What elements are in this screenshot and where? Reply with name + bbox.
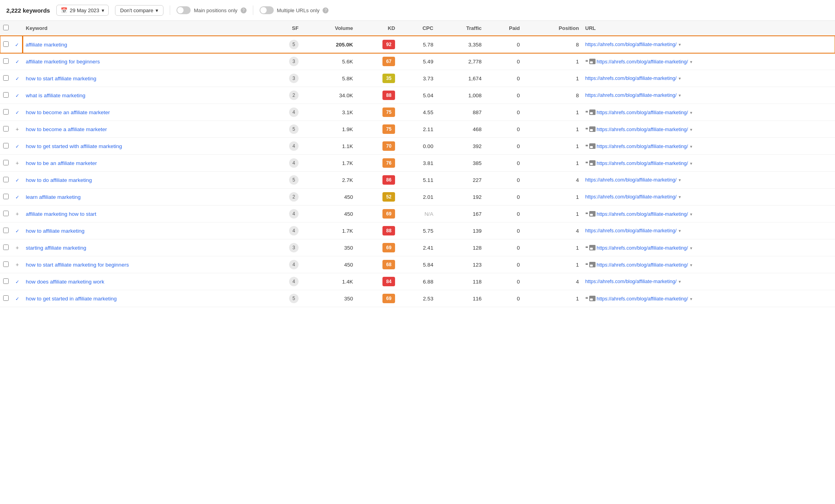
url-dropdown-icon[interactable]: ▾: [689, 263, 692, 267]
url-link[interactable]: https://ahrefs.com/blog/affiliate-market…: [585, 76, 677, 81]
row-url[interactable]: https://ahrefs.com/blog/affiliate-market…: [582, 87, 835, 104]
url-dropdown-icon[interactable]: ▾: [677, 195, 681, 199]
url-dropdown-icon[interactable]: ▾: [689, 127, 692, 132]
row-checkbox[interactable]: [3, 75, 9, 81]
row-url[interactable]: https://ahrefs.com/blog/affiliate-market…: [582, 222, 835, 239]
row-url[interactable]: ❝https://ahrefs.com/blog/affiliate-marke…: [582, 155, 835, 172]
row-url[interactable]: https://ahrefs.com/blog/affiliate-market…: [582, 273, 835, 290]
image-icon: [589, 59, 596, 64]
row-url[interactable]: ❝https://ahrefs.com/blog/affiliate-marke…: [582, 290, 835, 307]
url-link[interactable]: https://ahrefs.com/blog/affiliate-market…: [585, 42, 677, 47]
url-link[interactable]: https://ahrefs.com/blog/affiliate-market…: [597, 211, 688, 217]
row-keyword[interactable]: affiliate marketing for beginners: [23, 53, 267, 70]
header-url[interactable]: URL: [582, 21, 835, 36]
row-keyword[interactable]: how to do affiliate marketing: [23, 172, 267, 189]
header-position[interactable]: Position: [523, 21, 582, 36]
row-keyword[interactable]: how to be an affiliate marketer: [23, 155, 267, 172]
row-checkbox[interactable]: [3, 41, 9, 47]
row-checkbox[interactable]: [3, 58, 9, 64]
multiple-urls-toggle[interactable]: [260, 6, 274, 14]
row-checkbox[interactable]: [3, 177, 9, 182]
row-volume: 350: [302, 290, 356, 307]
header-volume[interactable]: Volume: [302, 21, 356, 36]
row-url[interactable]: ❝https://ahrefs.com/blog/affiliate-marke…: [582, 256, 835, 273]
header-cpc[interactable]: CPC: [398, 21, 436, 36]
main-positions-help-icon[interactable]: ?: [241, 7, 247, 13]
image-icon: [589, 109, 596, 115]
url-link[interactable]: https://ahrefs.com/blog/affiliate-market…: [597, 262, 688, 268]
row-checkbox[interactable]: [3, 295, 9, 301]
row-checkbox[interactable]: [3, 92, 9, 98]
row-checkbox[interactable]: [3, 160, 9, 165]
url-link[interactable]: https://ahrefs.com/blog/affiliate-market…: [597, 296, 688, 302]
row-keyword[interactable]: learn affiliate marketing: [23, 189, 267, 206]
date-picker-button[interactable]: 📅 29 May 2023 ▾: [56, 5, 109, 16]
url-link[interactable]: https://ahrefs.com/blog/affiliate-market…: [585, 228, 677, 233]
select-all-checkbox[interactable]: [3, 25, 9, 30]
row-keyword[interactable]: affiliate marketing how to start: [23, 206, 267, 222]
row-keyword[interactable]: how does affiliate marketing work: [23, 273, 267, 290]
url-dropdown-icon[interactable]: ▾: [689, 110, 692, 115]
header-keyword[interactable]: Keyword: [23, 21, 267, 36]
header-kd[interactable]: KD: [356, 21, 398, 36]
row-keyword[interactable]: how to start affiliate marketing for beg…: [23, 256, 267, 273]
row-keyword[interactable]: how to get started with affiliate market…: [23, 138, 267, 155]
url-dropdown-icon[interactable]: ▾: [677, 93, 681, 98]
row-url[interactable]: https://ahrefs.com/blog/affiliate-market…: [582, 172, 835, 189]
row-keyword[interactable]: how to get started in affiliate marketin…: [23, 290, 267, 307]
row-keyword[interactable]: what is affiliate marketing: [23, 87, 267, 104]
header-traffic[interactable]: Traffic: [436, 21, 485, 36]
url-link[interactable]: https://ahrefs.com/blog/affiliate-market…: [585, 194, 677, 200]
row-url[interactable]: ❝https://ahrefs.com/blog/affiliate-marke…: [582, 104, 835, 121]
url-link[interactable]: https://ahrefs.com/blog/affiliate-market…: [597, 245, 688, 251]
main-positions-toggle[interactable]: [176, 6, 191, 14]
row-keyword[interactable]: how to become a affiliate marketer: [23, 121, 267, 138]
compare-button[interactable]: Don't compare ▾: [115, 5, 163, 16]
url-dropdown-icon[interactable]: ▾: [677, 228, 681, 233]
url-dropdown-icon[interactable]: ▾: [689, 144, 692, 149]
row-checkbox[interactable]: [3, 109, 9, 115]
header-paid[interactable]: Paid: [485, 21, 523, 36]
row-keyword[interactable]: affiliate marketing: [23, 36, 267, 53]
header-sf[interactable]: SF: [267, 21, 302, 36]
row-url[interactable]: ❝https://ahrefs.com/blog/affiliate-marke…: [582, 121, 835, 138]
url-dropdown-icon[interactable]: ▾: [689, 59, 692, 64]
url-dropdown-icon[interactable]: ▾: [689, 212, 692, 217]
row-keyword[interactable]: how to affiliate marketing: [23, 222, 267, 239]
row-checkbox[interactable]: [3, 194, 9, 199]
url-link[interactable]: https://ahrefs.com/blog/affiliate-market…: [585, 93, 677, 98]
url-dropdown-icon[interactable]: ▾: [677, 178, 681, 182]
row-url[interactable]: ❝https://ahrefs.com/blog/affiliate-marke…: [582, 53, 835, 70]
url-dropdown-icon[interactable]: ▾: [689, 246, 692, 250]
url-link[interactable]: https://ahrefs.com/blog/affiliate-market…: [597, 161, 688, 166]
row-checkbox[interactable]: [3, 228, 9, 233]
url-dropdown-icon[interactable]: ▾: [677, 279, 681, 284]
row-keyword[interactable]: how to start affiliate marketing: [23, 70, 267, 87]
url-link[interactable]: https://ahrefs.com/blog/affiliate-market…: [585, 177, 677, 183]
url-link[interactable]: https://ahrefs.com/blog/affiliate-market…: [597, 110, 688, 115]
url-link[interactable]: https://ahrefs.com/blog/affiliate-market…: [585, 279, 677, 284]
row-checkbox[interactable]: [3, 143, 9, 148]
row-checkbox[interactable]: [3, 278, 9, 284]
row-checkbox[interactable]: [3, 245, 9, 250]
row-checkbox[interactable]: [3, 126, 9, 132]
url-dropdown-icon[interactable]: ▾: [677, 42, 681, 47]
multiple-urls-help-icon[interactable]: ?: [323, 7, 328, 13]
row-sf: 5: [267, 172, 302, 189]
row-url[interactable]: https://ahrefs.com/blog/affiliate-market…: [582, 189, 835, 206]
url-link[interactable]: https://ahrefs.com/blog/affiliate-market…: [597, 127, 688, 132]
row-checkbox[interactable]: [3, 211, 9, 216]
row-checkbox[interactable]: [3, 261, 9, 267]
row-url[interactable]: ❝https://ahrefs.com/blog/affiliate-marke…: [582, 206, 835, 222]
row-url[interactable]: ❝https://ahrefs.com/blog/affiliate-marke…: [582, 239, 835, 256]
row-url[interactable]: https://ahrefs.com/blog/affiliate-market…: [582, 36, 835, 53]
row-url[interactable]: https://ahrefs.com/blog/affiliate-market…: [582, 70, 835, 87]
url-link[interactable]: https://ahrefs.com/blog/affiliate-market…: [597, 59, 688, 65]
row-keyword[interactable]: starting affiliate marketing: [23, 239, 267, 256]
url-dropdown-icon[interactable]: ▾: [689, 161, 692, 166]
url-link[interactable]: https://ahrefs.com/blog/affiliate-market…: [597, 144, 688, 149]
url-dropdown-icon[interactable]: ▾: [689, 296, 692, 301]
url-dropdown-icon[interactable]: ▾: [677, 76, 681, 81]
row-keyword[interactable]: how to become an affiliate marketer: [23, 104, 267, 121]
row-url[interactable]: ❝https://ahrefs.com/blog/affiliate-marke…: [582, 138, 835, 155]
